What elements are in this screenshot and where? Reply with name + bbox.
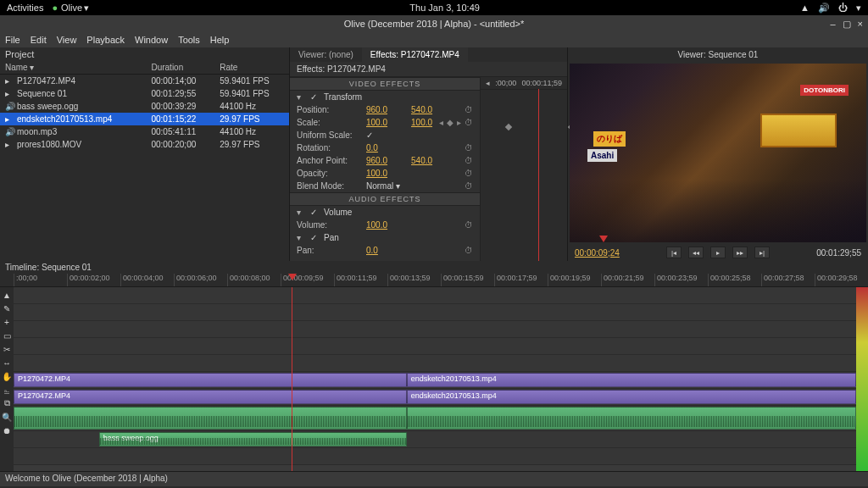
tab-effects[interactable]: Effects: P1270472.MP4 xyxy=(362,47,468,62)
volume-value[interactable]: 100.0 xyxy=(366,220,387,230)
timeline-tracks[interactable]: P1270472.MP4 endsketch20170513.mp4 P1270… xyxy=(14,287,868,471)
next-kf-icon[interactable]: ▸ xyxy=(457,118,461,127)
timeline-ruler[interactable]: :00;0000:00:02;0000:00:04;0000:00:06;000… xyxy=(0,274,868,287)
video-track-2[interactable]: P1270472.MP4 endsketch20170513.mp4 xyxy=(14,372,868,389)
clip-video[interactable]: endsketch20170513.mp4 xyxy=(407,390,856,404)
project-table[interactable]: Name ▾ Duration Rate ▸P1270472.MP400:00:… xyxy=(0,61,289,151)
prev-kf-icon[interactable]: ◂ xyxy=(439,118,443,127)
effects-playhead[interactable] xyxy=(538,89,539,261)
clip-video[interactable]: P1270472.MP4 xyxy=(14,390,407,404)
app-indicator-icon[interactable]: ● xyxy=(52,3,58,13)
check-icon[interactable]: ✓ xyxy=(310,233,317,242)
project-row[interactable]: ▸Sequence 0100:01:29;5559.9401 FPS xyxy=(0,87,289,100)
opacity-value[interactable]: 100.0 xyxy=(366,169,387,178)
hand-tool[interactable]: ✋ xyxy=(1,370,13,382)
maximize-button[interactable]: ▢ xyxy=(843,19,851,30)
play-button[interactable]: ▸ xyxy=(710,247,726,258)
chevron-left-icon[interactable]: ◂ xyxy=(486,79,490,87)
clip-audio[interactable] xyxy=(14,407,407,430)
tab-viewer-none[interactable]: Viewer: (none) xyxy=(290,47,362,62)
pointer-tool[interactable]: ▲ xyxy=(1,289,13,301)
timeline-playhead[interactable] xyxy=(292,287,292,471)
video-track-1[interactable]: P1270472.MP4 endsketch20170513.mp4 xyxy=(14,389,868,406)
scale-x[interactable]: 100.0 xyxy=(366,118,387,127)
rewind-button[interactable]: ◂◂ xyxy=(688,247,704,258)
activities-button[interactable]: Activities xyxy=(7,3,43,13)
transform-section[interactable]: ▾ ✓ Transform xyxy=(290,91,480,103)
stopwatch-icon[interactable]: ⏱ xyxy=(465,156,473,165)
stopwatch-icon[interactable]: ⏱ xyxy=(465,105,473,114)
ripple-tool[interactable]: ▭ xyxy=(1,330,13,341)
pan-value[interactable]: 0.0 xyxy=(366,246,378,255)
edit-tool[interactable]: ✎ xyxy=(1,302,13,314)
keyframe-diamond-icon[interactable] xyxy=(505,124,512,130)
clip-video[interactable]: endsketch20170513.mp4 xyxy=(407,373,856,387)
network-icon[interactable]: ▲ xyxy=(800,3,810,14)
stopwatch-icon[interactable]: ⏱ xyxy=(465,246,473,255)
record-tool[interactable]: ⏺ xyxy=(1,424,13,436)
menu-window[interactable]: Window xyxy=(135,35,168,45)
anchor-x[interactable]: 960.0 xyxy=(366,156,387,165)
app-indicator-label[interactable]: Olive xyxy=(61,3,82,13)
project-row[interactable]: ▸prores1080.MOV00:00:20;0029.97 FPS xyxy=(0,138,289,151)
pan-section[interactable]: ▾✓Pan xyxy=(290,231,480,244)
project-row[interactable]: 🔊moon.mp300:05:41:1144100 Hz xyxy=(0,125,289,138)
menubar: File Edit View Playback Window Tools Hel… xyxy=(0,32,868,47)
keyframe-area[interactable]: ◂ :00;00 00:00:11;59 xyxy=(481,77,567,261)
anchor-y[interactable]: 540.0 xyxy=(411,156,432,165)
clock[interactable]: Thu Jan 3, 10:49 xyxy=(89,3,800,13)
power-icon[interactable]: ⏻ xyxy=(838,3,848,14)
rotation-value[interactable]: 0.0 xyxy=(366,143,378,152)
clip-audio[interactable]: bass sweep.ogg xyxy=(99,432,407,446)
add-tool[interactable]: + xyxy=(1,316,13,328)
chevron-down-icon[interactable]: ▾ xyxy=(856,3,861,14)
media-type-icon: ▸ xyxy=(5,89,14,98)
menu-playback[interactable]: Playback xyxy=(86,35,125,45)
go-end-button[interactable]: ▸| xyxy=(754,247,770,258)
razor-tool[interactable]: ✂ xyxy=(1,343,13,355)
statusbar: Welcome to Olive (December 2018 | Alpha) xyxy=(0,471,868,486)
uniform-scale-checkbox[interactable]: ✓ xyxy=(366,130,373,140)
check-icon[interactable]: ✓ xyxy=(310,92,317,102)
go-start-button[interactable]: |◂ xyxy=(666,247,682,258)
check-icon[interactable]: ✓ xyxy=(310,208,317,217)
position-y[interactable]: 540.0 xyxy=(411,105,432,114)
audio-track-1[interactable] xyxy=(14,406,868,431)
forward-button[interactable]: ▸▸ xyxy=(732,247,748,258)
stopwatch-icon[interactable]: ⏱ xyxy=(465,169,473,178)
menu-help[interactable]: Help xyxy=(210,35,230,45)
project-row[interactable]: 🔊bass sweep.ogg00:00:39:2944100 Hz xyxy=(0,100,289,113)
col-duration[interactable]: Duration xyxy=(146,61,214,75)
timecode-in[interactable]: 00:00:09;24 xyxy=(575,248,620,258)
project-row[interactable]: ▸endsketch20170513.mp400:01:15;2229.97 F… xyxy=(0,113,289,125)
menu-file[interactable]: File xyxy=(5,35,20,45)
blend-mode-select[interactable]: Normal ▾ xyxy=(366,181,400,191)
scene-sign xyxy=(760,114,837,147)
add-kf-icon[interactable]: ◆ xyxy=(447,118,453,127)
stopwatch-icon[interactable]: ⏱ xyxy=(465,220,473,230)
clip-audio[interactable] xyxy=(407,407,856,430)
col-name[interactable]: Name ▾ xyxy=(0,61,146,75)
scale-y[interactable]: 100.0 xyxy=(411,118,432,127)
menu-tools[interactable]: Tools xyxy=(178,35,200,45)
slip-tool[interactable]: ↔ xyxy=(1,357,13,369)
volume-section[interactable]: ▾✓Volume xyxy=(290,206,480,219)
menu-view[interactable]: View xyxy=(57,35,77,45)
snap-toggle[interactable]: ⧉ xyxy=(1,397,13,409)
position-x[interactable]: 960.0 xyxy=(366,105,387,114)
viewer-scrubber[interactable] xyxy=(570,241,866,242)
col-rate[interactable]: Rate xyxy=(214,61,289,75)
stopwatch-icon[interactable]: ⏱ xyxy=(465,118,473,127)
zoom-tool[interactable]: 🔍 xyxy=(1,411,13,423)
minimize-button[interactable]: – xyxy=(830,19,835,30)
stopwatch-icon[interactable]: ⏱ xyxy=(465,181,473,191)
viewer-canvas[interactable]: のりば Asahi DOTONBORI xyxy=(570,64,866,242)
transition-tool[interactable]: ⎁ xyxy=(1,384,13,396)
volume-icon[interactable]: 🔊 xyxy=(818,3,830,14)
stopwatch-icon[interactable]: ⏱ xyxy=(465,143,473,152)
menu-edit[interactable]: Edit xyxy=(31,35,47,45)
audio-track-2[interactable]: bass sweep.ogg xyxy=(14,431,868,448)
clip-video[interactable]: P1270472.MP4 xyxy=(14,373,407,387)
project-row[interactable]: ▸P1270472.MP400:00:14;0059.9401 FPS xyxy=(0,75,289,88)
close-button[interactable]: × xyxy=(858,19,863,30)
